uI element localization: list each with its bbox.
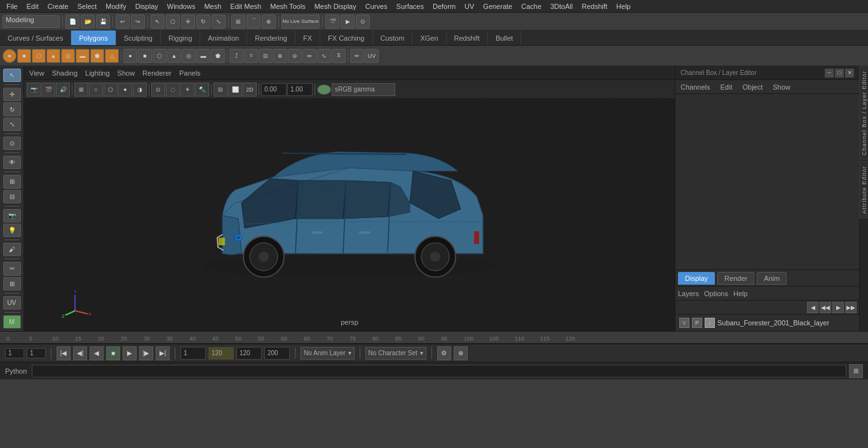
menu-generate[interactable]: Generate [479, 1, 516, 11]
timeline[interactable]: 0 5 10 15 20 25 30 35 40 45 50 55 60 65 … [0, 331, 868, 344]
vp-menu-view[interactable]: View [29, 69, 44, 77]
layer-add-all-btn[interactable]: ◀◀ [820, 302, 831, 313]
timeline-track[interactable]: 0 5 10 15 20 25 30 35 40 45 50 55 60 65 … [0, 332, 868, 343]
pb-goto-end-btn[interactable]: ▶| [156, 346, 170, 360]
cube-btn[interactable]: ■ [17, 49, 31, 63]
menu-mesh[interactable]: Mesh [200, 1, 225, 11]
menu-redshift[interactable]: Redshift [578, 1, 611, 11]
panel-maximize-btn[interactable]: □ [835, 69, 844, 78]
smooth-btn[interactable]: ∿ [317, 49, 331, 63]
vp-menu-panels[interactable]: Panels [179, 69, 201, 77]
tab-rendering[interactable]: Rendering [247, 31, 295, 45]
menu-cache[interactable]: Cache [517, 1, 545, 11]
vt-hud-btn[interactable]: ⊟ [214, 83, 227, 97]
tab-bullet[interactable]: Bullet [488, 31, 522, 45]
tab-fx[interactable]: FX [295, 31, 320, 45]
menu-windows[interactable]: Windows [163, 1, 200, 11]
vp-menu-shading[interactable]: Shading [52, 69, 78, 77]
attribute-editor-tab-label[interactable]: Attribute Editor [859, 161, 869, 219]
render-all-btn[interactable]: ⊙ [356, 15, 370, 29]
uv-editor-btn[interactable]: UV [3, 296, 21, 309]
poly-cube2-btn[interactable]: ■ [138, 49, 152, 63]
snap-toggle-btn[interactable]: ⊞ [3, 175, 21, 188]
menu-help[interactable]: Help [613, 1, 635, 11]
torus-btn[interactable]: ◎ [61, 49, 75, 63]
tab-channels[interactable]: Channels [678, 82, 712, 92]
layer-remove-btn[interactable]: ▶ [832, 302, 844, 313]
tab-rigging[interactable]: Rigging [161, 31, 200, 45]
redo-btn[interactable]: ↪ [131, 15, 145, 29]
vt-wire-btn[interactable]: ⬡ [104, 83, 118, 97]
range-start-field[interactable]: 1 [180, 347, 206, 360]
menu-mesh-display[interactable]: Mesh Display [311, 1, 360, 11]
menu-modify[interactable]: Modify [102, 1, 130, 11]
rotate-tool-btn[interactable]: ↻ [196, 15, 210, 29]
scale-btn[interactable]: ⤡ [3, 118, 21, 131]
uv-btn[interactable]: UV [365, 49, 379, 63]
tab-curves-surfaces[interactable]: Curves / Surfaces [0, 31, 71, 45]
vt-shade-btn[interactable]: ● [118, 83, 132, 97]
menu-display[interactable]: Display [132, 1, 162, 11]
render-settings-btn[interactable]: No Live Surface [281, 15, 320, 29]
ipr-btn[interactable]: ▶ [341, 15, 355, 29]
pb-step-back-btn[interactable]: ◀| [73, 346, 87, 360]
paint-btn[interactable]: 🖌 [3, 243, 21, 256]
connect-btn[interactable]: ⊞ [3, 277, 21, 290]
vt-grid-btn[interactable]: ⊞ [74, 83, 88, 97]
no-anim-layer-dropdown[interactable]: No Anim Layer ▾ [301, 347, 355, 360]
cylinder-btn[interactable]: ⬡ [32, 49, 46, 63]
tab-polygons[interactable]: Polygons [71, 31, 116, 45]
poly-plane2-btn[interactable]: ▬ [196, 49, 210, 63]
render-btn[interactable]: 🎬 [325, 15, 339, 29]
panel-minimize-btn[interactable]: ─ [825, 69, 834, 78]
pb-extra-btn[interactable]: ⊕ [454, 346, 468, 360]
bridge-btn[interactable]: ⊟ [259, 49, 273, 63]
open-file-btn[interactable]: 📂 [81, 15, 95, 29]
soft-select-btn[interactable]: ⊙ [3, 137, 21, 150]
pb-step-fwd-btn[interactable]: |▶ [139, 346, 153, 360]
menu-uv[interactable]: UV [461, 1, 478, 11]
mirror-btn[interactable]: ⇔ [302, 49, 316, 63]
poly-cylinder2-btn[interactable]: ⬡ [153, 49, 166, 63]
no-char-set-dropdown[interactable]: No Character Set ▾ [365, 347, 426, 360]
max-val-field[interactable]: 200 [264, 347, 290, 360]
sphere-btn[interactable]: ● [3, 49, 17, 63]
tab-animation[interactable]: Animation [200, 31, 247, 45]
layer-menu-options[interactable]: Options [704, 290, 728, 297]
channel-box-tab-label[interactable]: Channel Box / Layer Editor [859, 66, 869, 160]
vt-2d-btn[interactable]: 2D [243, 83, 257, 97]
vp-menu-lighting[interactable]: Lighting [85, 69, 110, 77]
vt-audio-btn[interactable]: 🔊 [56, 83, 70, 97]
select-mode-btn[interactable]: ↖ [3, 69, 21, 82]
grid-btn[interactable]: ⊟ [3, 190, 21, 203]
separate-btn[interactable]: ⊖ [288, 49, 302, 63]
menu-create[interactable]: Create [44, 1, 72, 11]
menu-edit[interactable]: Edit [23, 1, 43, 11]
tab-display[interactable]: Display [678, 272, 715, 285]
cone-btn[interactable]: ▲ [46, 49, 60, 63]
pb-goto-start-btn[interactable]: |◀ [57, 346, 71, 360]
panel-close-btn[interactable]: ✕ [845, 69, 854, 78]
layer-menu-layers[interactable]: Layers [678, 290, 699, 297]
bevel-btn[interactable]: ⌗ [244, 49, 258, 63]
layer-playback-toggle[interactable]: P [692, 318, 702, 328]
menu-curves[interactable]: Curves [362, 1, 391, 11]
poly-torus2-btn[interactable]: ◎ [182, 49, 196, 63]
layer-new-btn[interactable]: ▶▶ [845, 302, 857, 313]
menu-file[interactable]: File [3, 1, 22, 11]
viewport-3d[interactable]: persp Y X Z [24, 99, 675, 331]
menu-select[interactable]: Select [74, 1, 101, 11]
pb-settings-btn[interactable]: ⚙ [437, 346, 451, 360]
tab-show[interactable]: Show [770, 82, 793, 92]
show-hide-btn[interactable]: 👁 [3, 156, 21, 169]
vt-obj-btn[interactable]: ○ [89, 83, 103, 97]
snap-point-btn[interactable]: ⊕ [262, 15, 276, 29]
tab-redshift[interactable]: Redshift [447, 31, 488, 45]
range-end-field[interactable]: 120 [208, 347, 234, 360]
layer-row[interactable]: V P / Subaru_Forester_2001_Black_layer [677, 316, 858, 330]
poly-cone2-btn[interactable]: ▲ [167, 49, 181, 63]
prism-btn[interactable]: ⬟ [90, 49, 104, 63]
vp-menu-renderer[interactable]: Renderer [142, 69, 172, 77]
layer-add-selected-btn[interactable]: ◀ [807, 302, 818, 313]
maya-logo-btn[interactable]: M [3, 315, 21, 329]
